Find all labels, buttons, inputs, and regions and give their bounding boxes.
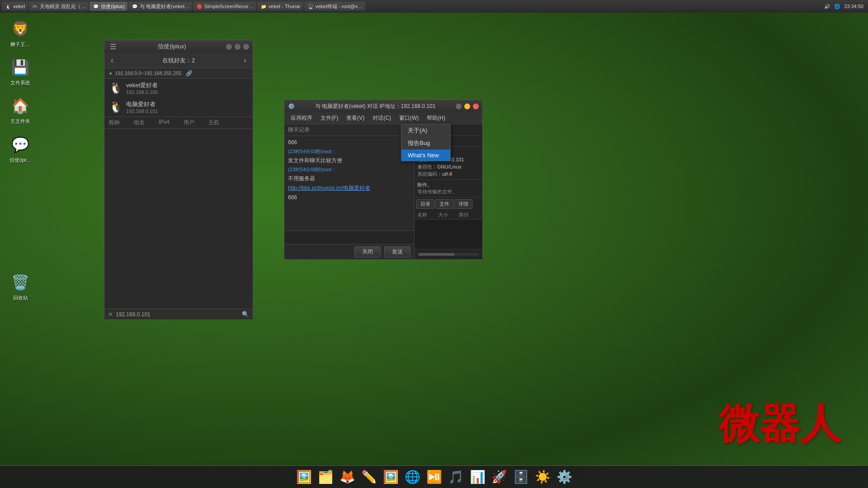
friend-ip-1: 192.168.0.101 [126, 108, 158, 114]
tab-dir[interactable]: 目录 [416, 199, 434, 209]
desktop-icons: 🦁 狮子王… 💾 文件系统 🏠 主文件夹 💬 信使(lpt… 🗑️ 回收站 [5, 18, 36, 301]
dock-launch[interactable]: 🚀 [489, 467, 509, 487]
taskbar-btn-lptux[interactable]: 💬 信使(lptux) [90, 2, 127, 11]
compat-value: GNU/Linux [437, 164, 462, 169]
chat-ctrl-1[interactable] [456, 103, 462, 109]
home-icon: 🏠 [9, 95, 31, 117]
dock-settings[interactable]: ⚙️ [554, 467, 574, 487]
menu-dialog[interactable]: 对话(C) [369, 113, 395, 123]
taskbar-btn-chat[interactable]: 💬 与 电脑爱好者(veket… [128, 2, 192, 11]
friend-ip-0: 192.168.0.100 [126, 89, 158, 95]
link-icon: 🔗 [186, 70, 193, 76]
chat-window: ⚙️ 与 电脑爱好者(veket) 对话 IP地址：192.168.0.101 … [284, 99, 483, 260]
dock-charts[interactable]: 📊 [467, 467, 487, 487]
dock-photos[interactable]: 🖼️ [381, 467, 401, 487]
friend-info-0: veket爱好者 192.168.0.100 [126, 81, 158, 95]
msg-5[interactable]: http://bbs.pclinuxos.cn/电脑爱好者 [288, 184, 410, 192]
msg-1: (23时54分03秒)root： [288, 148, 410, 155]
taskbar-btn-thunar[interactable]: 📁 veket - Thunar [257, 2, 303, 11]
col-ipv4: IPv4 [159, 119, 184, 127]
trash-label: 回收站 [13, 295, 28, 301]
taskbar-btn-terminal[interactable]: 🖥️ veket终端 - root@v… [304, 2, 366, 11]
taskbar-btn-chat-label: 与 电脑爱好者(veket… [140, 3, 189, 10]
friend-info-1: 电脑爱好者 192.168.0.101 [126, 100, 158, 114]
menu-view[interactable]: 查看(V) [343, 113, 368, 123]
chat-left-panel: 聊天记录 666 (23时54分03秒)root： 发文件和聊天比较方便 (23… [284, 124, 415, 259]
tab-detail[interactable]: 详情 [454, 199, 472, 209]
menu-file[interactable]: 文件(F) [317, 113, 342, 123]
friends-list: 🐧 veket爱好者 192.168.0.100 🐧 电脑爱好者 192.168… [104, 79, 253, 117]
taskbar-apps: 🐧 veket 🎮 天地精灵·混乱化（… 💬 信使(lptux) 💬 与 电脑爱… [2, 2, 824, 11]
attach-tabs: 目录 文件 详情 [415, 197, 482, 211]
desktop-icon-home[interactable]: 🏠 主文件夹 [5, 95, 36, 124]
lptux-menu-btn[interactable]: ☰ [108, 42, 118, 51]
close-button[interactable]: 关闭 [354, 246, 381, 258]
attach-list-area [415, 220, 482, 249]
online-ip-range: 192.168.0.0~192.168.255.255 [115, 70, 181, 76]
msg-0: 666 [288, 139, 410, 146]
taskbar-right: 🔊 🌐 23:34:50 [824, 4, 866, 9]
chat-ctrl-close[interactable] [473, 103, 479, 109]
lptux-nav-prev[interactable]: ‹ [108, 55, 116, 66]
menu-about[interactable]: 关于(A) [401, 124, 450, 137]
lptux-nav-title: 在线好友：2 [120, 56, 237, 65]
taskbar-btn-game[interactable]: 🎮 天地精灵·混乱化（… [28, 2, 89, 11]
col-user: 用户 [184, 119, 208, 127]
dock-file-manager[interactable]: 🗂️ [316, 467, 335, 487]
send-button[interactable]: 发送 [384, 246, 410, 258]
lion-icon: 🦁 [9, 18, 31, 40]
chat-messages-area: 666 (23时54分03秒)root： 发文件和聊天比较方便 (23时54分0… [284, 136, 414, 230]
dock-brightness[interactable]: ☀️ [533, 467, 552, 487]
msg-3: (23时54分08秒)root： [288, 166, 410, 173]
compat-label: 兼容性： [417, 164, 437, 169]
chat-settings-icon[interactable]: ⚙️ [288, 103, 295, 109]
chat-ctrl-min[interactable] [464, 103, 470, 109]
desktop-icon-trash[interactable]: 🗑️ 回收站 [5, 272, 36, 301]
help-dropdown: 关于(A) 报告Bug What's New [401, 124, 451, 161]
menu-help[interactable]: 帮助(H) [423, 113, 449, 123]
lptux-nav-next[interactable]: › [241, 55, 249, 66]
progress-bar [418, 253, 454, 256]
filesystem-icon: 💾 [9, 56, 31, 78]
tab-file[interactable]: 文件 [435, 199, 453, 209]
chat-controls [456, 103, 479, 109]
encoding-label: 系统编码： [417, 171, 442, 177]
tray-icon-1: 🔊 [824, 4, 830, 9]
lptux-icon: 💬 [92, 3, 99, 10]
friend-item-0[interactable]: 🐧 veket爱好者 192.168.0.100 [104, 79, 253, 98]
taskbar-btn-veket-label: veket [13, 4, 25, 9]
menu-window[interactable]: 窗口(W) [396, 113, 422, 123]
dock-editor[interactable]: ✏️ [359, 467, 379, 487]
watermark: 微器人 [719, 397, 841, 452]
dock-media[interactable]: ⏯️ [424, 467, 444, 487]
chat-log-label: 聊天记录 [284, 124, 414, 136]
dock-browser[interactable]: 🦊 [337, 467, 357, 487]
menu-bug[interactable]: 报告Bug [401, 137, 450, 150]
dock-network[interactable]: 🌐 [402, 467, 422, 487]
clock: 23:34:50 [844, 4, 863, 9]
chat-input-area[interactable] [284, 230, 414, 244]
friend-avatar-0: 🐧 [109, 82, 123, 94]
dock-image-viewer[interactable]: 🖼️ [294, 467, 314, 487]
lptux-ctrl-2[interactable] [235, 44, 241, 50]
desktop-icon-filesystem[interactable]: 💾 文件系统 [5, 56, 36, 86]
friend-item-1[interactable]: 🐧 电脑爱好者 192.168.0.101 [104, 98, 253, 117]
lptux-ctrl-1[interactable] [226, 44, 232, 50]
lptux-ctrl-3[interactable] [243, 44, 249, 50]
col-size: 大小 [438, 211, 459, 218]
desktop-icon-lion[interactable]: 🦁 狮子王… [5, 18, 36, 47]
search-icon[interactable]: 🔍 [242, 311, 249, 318]
col-name: 名称 [417, 211, 438, 218]
menu-whats-new[interactable]: What's New [401, 150, 450, 161]
menu-apps[interactable]: 应用程序 [287, 113, 316, 123]
friend-name-0: veket爱好者 [126, 81, 158, 89]
col-path: 路径 [459, 211, 480, 218]
dock-music[interactable]: 🎵 [446, 467, 466, 487]
taskbar-btn-thunar-label: veket - Thunar [269, 4, 301, 9]
dock-storage[interactable]: 🗄️ [511, 467, 531, 487]
taskbar-btn-veket[interactable]: 🐧 veket [2, 2, 28, 11]
taskbar-btn-recorder[interactable]: 🔴 SimpleScreenRecor… [193, 2, 256, 11]
encoding-value: utf-8 [442, 171, 452, 177]
lptux-columns: 昵称 组名 IPv4 用户 主机 [104, 117, 253, 129]
desktop-icon-messenger[interactable]: 💬 信使(lpt… [5, 134, 36, 163]
